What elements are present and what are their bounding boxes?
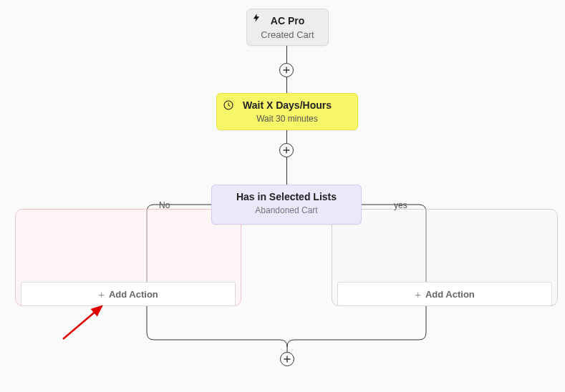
branch-label-yes: yes bbox=[394, 200, 407, 210]
clock-icon bbox=[223, 99, 234, 114]
add-step-button[interactable] bbox=[279, 63, 294, 77]
wait-subtitle: Wait 30 minutes bbox=[224, 114, 350, 124]
add-action-button-yes[interactable]: + Add Action bbox=[337, 282, 552, 306]
branch-label-no: No bbox=[159, 200, 170, 210]
condition-title: Has in Selected Lists bbox=[219, 191, 354, 204]
condition-node[interactable]: Has in Selected Lists Abandoned Cart bbox=[211, 185, 362, 225]
trigger-subtitle: Created Cart bbox=[254, 29, 321, 41]
workflow-canvas[interactable]: AC Pro Created Cart Wait X Days/Hours Wa… bbox=[0, 0, 565, 392]
plus-icon: + bbox=[415, 288, 421, 300]
trigger-title: AC Pro bbox=[254, 15, 321, 28]
trigger-node[interactable]: AC Pro Created Cart bbox=[246, 9, 329, 46]
add-action-label: Add Action bbox=[109, 289, 158, 300]
wait-title: Wait X Days/Hours bbox=[224, 99, 350, 112]
add-action-button-no[interactable]: + Add Action bbox=[21, 282, 236, 306]
connector bbox=[286, 77, 287, 93]
add-step-button[interactable] bbox=[280, 352, 294, 366]
annotation-arrow-icon bbox=[60, 300, 117, 343]
lightning-icon bbox=[251, 12, 261, 27]
add-action-label: Add Action bbox=[425, 289, 475, 300]
condition-subtitle: Abandoned Cart bbox=[219, 205, 354, 216]
svg-line-1 bbox=[63, 306, 102, 339]
connector bbox=[286, 157, 287, 185]
add-step-button[interactable] bbox=[279, 143, 294, 157]
connector bbox=[286, 130, 287, 144]
plus-icon: + bbox=[98, 288, 105, 300]
wait-node[interactable]: Wait X Days/Hours Wait 30 minutes bbox=[216, 93, 358, 130]
connector bbox=[286, 46, 287, 64]
